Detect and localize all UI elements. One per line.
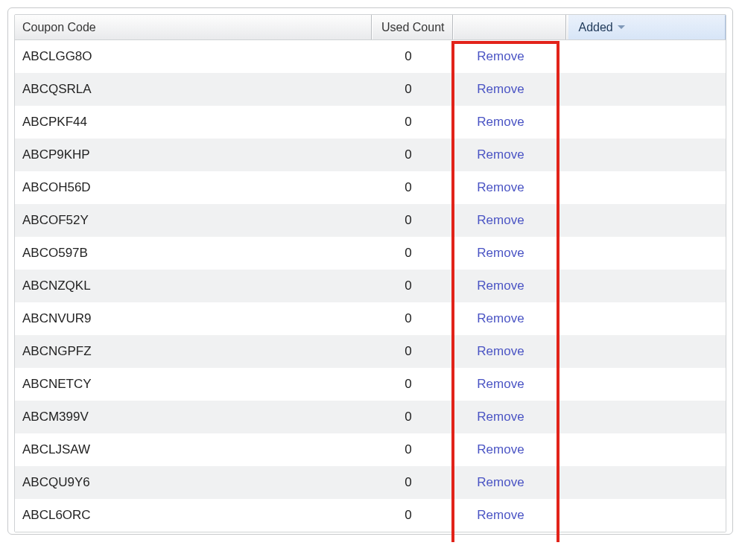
coupon-code-cell: ABCNZQKL	[15, 279, 371, 293]
action-cell: Remove	[446, 180, 556, 195]
table-row: ABCPKF440Remove	[15, 106, 726, 139]
remove-link[interactable]: Remove	[477, 475, 524, 489]
grid-body: ABCLGG8O0RemoveABCQSRLA0RemoveABCPKF440R…	[15, 40, 726, 532]
header-action[interactable]	[455, 15, 565, 39]
header-coupon-code[interactable]: Coupon Code	[15, 15, 371, 39]
remove-link[interactable]: Remove	[477, 49, 524, 63]
used-count-cell: 0	[371, 279, 446, 293]
used-count-cell: 0	[371, 246, 446, 261]
remove-link[interactable]: Remove	[477, 180, 524, 194]
coupon-grid: Coupon Code Used Count Added ABCLGG8O0Re…	[14, 14, 726, 532]
action-cell: Remove	[446, 410, 556, 424]
used-count-cell: 0	[371, 475, 446, 490]
sort-desc-icon	[618, 25, 625, 29]
coupon-code-cell: ABCOH56D	[15, 180, 371, 195]
remove-link[interactable]: Remove	[477, 279, 524, 293]
used-count-cell: 0	[371, 377, 446, 392]
table-row: ABCP9KHP0Remove	[15, 139, 726, 171]
used-count-cell: 0	[371, 410, 446, 424]
coupon-code-cell: ABCLGG8O	[15, 49, 371, 64]
table-row: ABCM399V0Remove	[15, 401, 726, 433]
remove-link[interactable]: Remove	[477, 442, 524, 456]
action-cell: Remove	[446, 311, 556, 326]
coupon-code-cell: ABCM399V	[15, 410, 371, 424]
coupon-code-cell: ABCLJSAW	[15, 442, 371, 457]
action-cell: Remove	[446, 508, 556, 523]
coupon-code-cell: ABCQSRLA	[15, 82, 371, 97]
used-count-cell: 0	[371, 180, 446, 195]
coupon-code-cell: ABCL6ORC	[15, 508, 371, 523]
coupon-code-cell: ABCNETCY	[15, 377, 371, 392]
table-row: ABCQU9Y60Remove	[15, 466, 726, 499]
used-count-cell: 0	[371, 213, 446, 228]
used-count-cell: 0	[371, 508, 446, 523]
action-cell: Remove	[446, 279, 556, 293]
table-row: ABCNZQKL0Remove	[15, 270, 726, 302]
remove-link[interactable]: Remove	[477, 213, 524, 227]
used-count-cell: 0	[371, 311, 446, 326]
remove-link[interactable]: Remove	[477, 82, 524, 96]
table-row: ABCQSRLA0Remove	[15, 73, 726, 106]
table-row: ABCNVUR90Remove	[15, 302, 726, 335]
coupon-code-panel: Coupon Code Used Count Added ABCLGG8O0Re…	[7, 7, 733, 535]
coupon-code-cell: ABCQU9Y6	[15, 475, 371, 490]
coupon-code-cell: ABCP9KHP	[15, 147, 371, 162]
header-used-count-label: Used Count	[381, 21, 445, 34]
action-cell: Remove	[446, 213, 556, 228]
action-cell: Remove	[446, 377, 556, 392]
table-row: ABCO597B0Remove	[15, 237, 726, 270]
remove-link[interactable]: Remove	[477, 344, 524, 358]
table-row: ABCL6ORC0Remove	[15, 499, 726, 532]
coupon-code-cell: ABCO597B	[15, 246, 371, 261]
remove-link[interactable]: Remove	[477, 246, 524, 260]
table-row: ABCLJSAW0Remove	[15, 433, 726, 466]
action-cell: Remove	[446, 344, 556, 359]
used-count-cell: 0	[371, 115, 446, 130]
action-cell: Remove	[446, 115, 556, 130]
header-coupon-code-label: Coupon Code	[22, 21, 96, 34]
coupon-code-cell: ABCPKF44	[15, 115, 371, 130]
coupon-code-cell: ABCOF52Y	[15, 213, 371, 228]
remove-link[interactable]: Remove	[477, 147, 524, 162]
remove-link[interactable]: Remove	[477, 508, 524, 522]
used-count-cell: 0	[371, 82, 446, 97]
remove-link[interactable]: Remove	[477, 115, 524, 129]
used-count-cell: 0	[371, 442, 446, 457]
table-row: ABCNETCY0Remove	[15, 368, 726, 401]
header-added[interactable]: Added	[568, 15, 726, 39]
table-row: ABCNGPFZ0Remove	[15, 335, 726, 368]
table-row: ABCLGG8O0Remove	[15, 40, 726, 73]
remove-link[interactable]: Remove	[477, 410, 524, 424]
table-row: ABCOF52Y0Remove	[15, 204, 726, 237]
header-added-label: Added	[579, 21, 613, 34]
action-cell: Remove	[446, 475, 556, 490]
used-count-cell: 0	[371, 344, 446, 359]
action-cell: Remove	[446, 246, 556, 261]
used-count-cell: 0	[371, 49, 446, 64]
action-cell: Remove	[446, 442, 556, 457]
action-cell: Remove	[446, 147, 556, 162]
header-used-count[interactable]: Used Count	[374, 15, 452, 39]
action-cell: Remove	[446, 82, 556, 97]
used-count-cell: 0	[371, 147, 446, 162]
remove-link[interactable]: Remove	[477, 311, 524, 325]
grid-header: Coupon Code Used Count Added	[15, 15, 726, 40]
coupon-code-cell: ABCNGPFZ	[15, 344, 371, 359]
coupon-code-cell: ABCNVUR9	[15, 311, 371, 326]
remove-link[interactable]: Remove	[477, 377, 524, 391]
table-row: ABCOH56D0Remove	[15, 171, 726, 204]
action-cell: Remove	[446, 49, 556, 64]
